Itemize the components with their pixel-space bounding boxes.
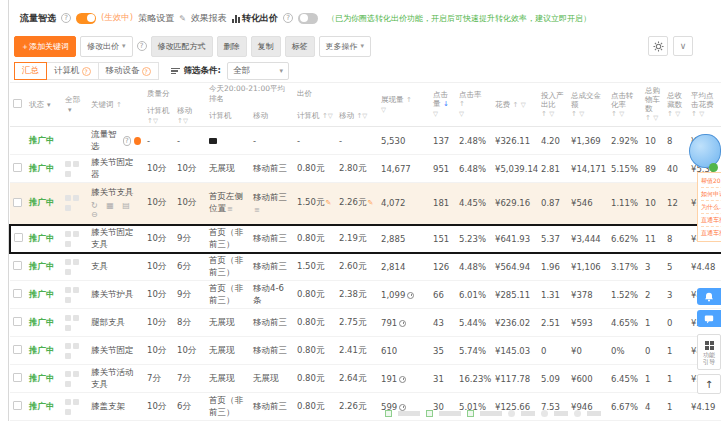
th-cost[interactable]: 花费 ↑ ▽ bbox=[492, 83, 538, 127]
feature-guide-button[interactable]: 功能引导 bbox=[697, 334, 721, 370]
cell-ctr: 5.23% bbox=[456, 225, 492, 253]
back-to-top-button[interactable]: ↑ bbox=[697, 374, 721, 394]
faq-link[interactable]: 如何申请图片功… bbox=[701, 187, 721, 200]
add-keyword-button[interactable]: ＋添加关键词 bbox=[14, 36, 76, 57]
row-checkbox[interactable] bbox=[14, 233, 23, 242]
cell-bid_m: 2.38元 bbox=[336, 281, 378, 309]
th-quality-mobile[interactable]: 移动 ↑▽ bbox=[174, 105, 206, 127]
platform-indicator-icon bbox=[73, 231, 79, 237]
help-circle-icon[interactable]: ? bbox=[123, 136, 132, 146]
chat-icon[interactable] bbox=[697, 310, 721, 327]
cell-cvr: 1.11% bbox=[608, 183, 642, 225]
row-checkbox[interactable] bbox=[13, 261, 22, 270]
th-bid-mobile[interactable]: 移动 ↑▽ bbox=[336, 105, 378, 127]
th-cvr[interactable]: 点击转化率↑ ▽ bbox=[608, 83, 642, 127]
cell-bid_m: 2.41元 bbox=[336, 337, 378, 365]
funnel-icon: ▽ bbox=[433, 110, 438, 118]
row-checkbox[interactable] bbox=[13, 289, 22, 298]
th-cart[interactable]: 总购物车数↑ ▽ bbox=[642, 83, 664, 127]
faq-link[interactable]: 直通车推广… bbox=[701, 213, 721, 226]
row-checkbox[interactable] bbox=[13, 345, 22, 354]
cell-plat bbox=[62, 309, 88, 337]
th-keyword[interactable]: 关键词 ↑ bbox=[88, 83, 144, 127]
more-actions-dropdown[interactable]: 更多操作▾ bbox=[319, 36, 372, 57]
th-bid-pc[interactable]: 计算机 ↑▽ bbox=[294, 105, 336, 127]
th-impressions[interactable]: 展现量 ↑▽ bbox=[378, 83, 430, 127]
th-clicks[interactable]: 点击量 ↓▽ bbox=[430, 83, 456, 127]
cell-bid_m: 2.19元 bbox=[336, 225, 378, 253]
cell-roi: 5.37 bbox=[538, 225, 568, 253]
th-fav[interactable]: 总收藏数↑ ▽ bbox=[664, 83, 688, 127]
cell-roi: 4.20 bbox=[538, 127, 568, 155]
cell-cost: ¥236.02 bbox=[492, 309, 538, 337]
help-circle-icon[interactable]: ? bbox=[137, 41, 147, 51]
funnel-icon: ▽ bbox=[521, 101, 526, 109]
cell-ctr: 2.48% bbox=[456, 127, 492, 155]
conversion-bid-tip: （已为你圈选转化出价功能，开启后可快速提升转化效率，建议立即开启） bbox=[327, 13, 591, 24]
bottom-cropped-legend bbox=[385, 408, 601, 418]
delete-button[interactable]: 删除 bbox=[217, 36, 247, 57]
strategy-settings-link[interactable]: 策略设置 bbox=[138, 12, 174, 25]
tag-button[interactable]: 标签 bbox=[285, 36, 315, 57]
gear-icon[interactable] bbox=[648, 36, 668, 56]
cell-fav: 5 bbox=[664, 253, 688, 281]
th-scope[interactable]: 全部▾ bbox=[62, 83, 88, 127]
cell-bid_pc: 0.80元 bbox=[294, 155, 336, 183]
collapse-chevron-icon[interactable]: ∨ bbox=[673, 36, 693, 56]
help-circle-icon[interactable]: ? bbox=[61, 13, 71, 23]
row-checkbox[interactable] bbox=[13, 373, 22, 382]
row-checkbox[interactable] bbox=[13, 317, 22, 326]
edit-bid-icon[interactable]: ✎ bbox=[367, 199, 373, 207]
th-gmv[interactable]: 总成交金额↑ ▽ bbox=[568, 83, 608, 127]
th-quality-pc[interactable]: 计算机 ↑▽ bbox=[144, 105, 174, 127]
cell-roi: 1.31 bbox=[538, 281, 568, 309]
tab-mobile[interactable]: 移动设备? bbox=[99, 62, 159, 80]
tab-summary[interactable]: 汇总 bbox=[14, 62, 47, 80]
cell-cvr: 6.62% bbox=[608, 225, 642, 253]
faq-link[interactable]: 直通车推广计划… bbox=[701, 226, 721, 239]
rank-detail-icon[interactable]: ≡ bbox=[227, 205, 233, 213]
platform-indicator-icon bbox=[65, 231, 71, 237]
cell-q_pc: 10分 bbox=[144, 225, 174, 253]
modify-bid-dropdown[interactable]: 修改出价▾ bbox=[80, 36, 133, 57]
cell-cart: 10 bbox=[642, 127, 664, 155]
platform-indicator-icon bbox=[65, 353, 71, 359]
row-quick-action-icons[interactable]: ↻ ▦ ▤ ⊖ bbox=[91, 201, 141, 219]
bell-icon[interactable] bbox=[697, 288, 721, 305]
select-all-checkbox[interactable] bbox=[10, 83, 26, 127]
sort-asc-icon: ↑ bbox=[512, 101, 518, 109]
smart-flow-toggle[interactable] bbox=[76, 13, 96, 24]
faq-link[interactable]: 为什么…过日… bbox=[701, 200, 721, 213]
cell-bid_pc: 0.80元 bbox=[294, 281, 336, 309]
impression-history-icon[interactable] bbox=[399, 320, 406, 327]
impression-history-icon[interactable] bbox=[407, 292, 414, 299]
faq-link[interactable]: 帮值20… bbox=[701, 175, 721, 187]
help-circle-icon[interactable]: ? bbox=[283, 13, 293, 23]
th-roi[interactable]: 投入产出比↑ ▽ bbox=[538, 83, 568, 127]
cell-rank_m: 移动前三 bbox=[250, 309, 294, 337]
row-checkbox[interactable] bbox=[13, 198, 22, 207]
copy-button[interactable]: 复制 bbox=[251, 36, 281, 57]
device-segmented-control: 汇总 计算机? 移动设备? bbox=[14, 62, 159, 80]
report-link[interactable]: 效果报表 bbox=[191, 12, 227, 25]
row-checkbox[interactable] bbox=[13, 163, 22, 172]
row-checkbox[interactable] bbox=[13, 401, 22, 410]
funnel-icon: ▽ bbox=[675, 110, 680, 118]
tab-pc[interactable]: 计算机? bbox=[47, 62, 99, 80]
th-status[interactable]: 状态▾ bbox=[26, 83, 62, 127]
right-floating-rail: 帮值20…如何申请图片功…为什么…过日…直通车推广…直通车推广计划… 功能引导 … bbox=[695, 0, 721, 421]
bar-chart-icon[interactable] bbox=[232, 14, 240, 23]
modify-match-button[interactable]: 修改匹配方式 bbox=[151, 36, 213, 57]
edit-bid-icon[interactable]: ✎ bbox=[325, 199, 331, 207]
th-ctr[interactable]: 点击率 ↑▽ bbox=[456, 83, 492, 127]
impression-history-icon[interactable] bbox=[399, 376, 406, 383]
pencil-icon[interactable]: ✎ bbox=[179, 14, 186, 23]
funnel-icon: ▽ bbox=[459, 110, 464, 118]
cell-cost: ¥326.11 bbox=[492, 127, 538, 155]
rank-detail-icon[interactable]: ≡ bbox=[254, 206, 260, 214]
cell-imp: 1,099 bbox=[378, 281, 430, 309]
conversion-bid-toggle[interactable] bbox=[298, 13, 318, 24]
assistant-mascot-icon[interactable] bbox=[689, 134, 721, 168]
filter-select[interactable]: 全部▾ bbox=[227, 62, 289, 80]
cell-gmv: ¥593 bbox=[568, 309, 608, 337]
